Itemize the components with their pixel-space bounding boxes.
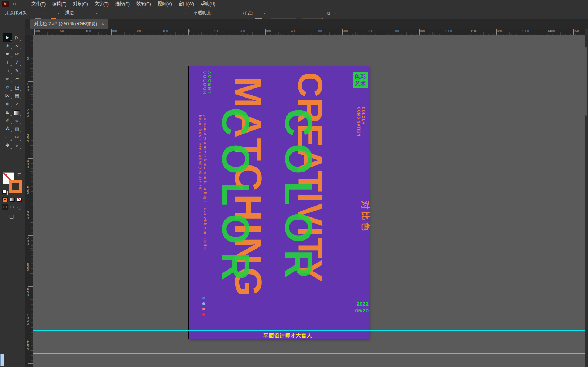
shape-builder-tool-icon[interactable]: ⊕ [3, 100, 12, 108]
rotate-tool-icon[interactable]: ↻ [3, 83, 12, 91]
document-tab[interactable]: 对比色-2.ai* @ 50 % (RGB/预览)× [30, 19, 108, 29]
slice-tool-icon[interactable]: ✂ [12, 133, 22, 141]
magic-wand-tool-icon[interactable]: ✶ [3, 42, 12, 50]
ruler-label: 0 [26, 57, 29, 60]
ellipse-tool-icon[interactable]: ○ [3, 66, 12, 75]
ruler-label: 400 [86, 29, 91, 33]
gradient-swatch-icon [14, 110, 20, 115]
stroke-weight-dropdown-icon[interactable]: ▾ [96, 8, 98, 19]
artboard-poster[interactable]: ACCENTCOLOUR MATCHING CREATIVITY COLOR C… [189, 66, 369, 339]
stroke-proxy-swatch[interactable] [9, 180, 22, 193]
eyedropper-tool-icon[interactable]: ✐ [3, 116, 12, 125]
guide-horizontal[interactable] [33, 330, 585, 331]
opacity-panel-link[interactable]: 不透明度: [193, 8, 212, 18]
vertical-ruler[interactable]: 010020030040050060070080090010001100 [25, 35, 33, 367]
ruler-label: 900 [26, 288, 29, 296]
menu-item[interactable]: 文件(F) [28, 0, 49, 8]
mesh-tool-icon[interactable]: ⊞ [3, 108, 12, 116]
contrast-colour-label: 对比色 [361, 200, 370, 233]
ruler-label: 1200 [496, 29, 503, 33]
more-tools-icon[interactable]: ··· [10, 225, 15, 230]
gradient-tool-icon[interactable] [12, 108, 22, 116]
draw-inside-mode-icon[interactable]: ◯ [16, 204, 22, 210]
none-button[interactable] [16, 197, 22, 202]
screen-mode-icon[interactable]: ❏ [9, 214, 14, 219]
draw-behind-mode-icon[interactable]: ❐ [9, 204, 15, 210]
direct-selection-tool-icon[interactable]: ▷ [12, 33, 22, 42]
default-fill-stroke-icon[interactable] [2, 190, 6, 194]
scroll-corner[interactable] [0, 354, 4, 366]
paintbrush-tool-icon[interactable]: ✎ [12, 66, 22, 75]
horizontal-ruler[interactable]: 6005004003002001000100200300400500600700… [33, 29, 585, 35]
line-segment-tool-icon[interactable]: ╱ [12, 58, 22, 66]
ruler-label: 300 [26, 134, 29, 142]
pencil-tool-icon[interactable]: ✏ [3, 75, 12, 83]
menu-item[interactable]: 对象(O) [70, 0, 91, 8]
free-transform-tool-icon[interactable]: ▦ [12, 91, 22, 100]
date-day: 05/20 [340, 307, 369, 314]
title-color-left: COLOR [216, 108, 255, 288]
text-line: Never frown, even when you are sad [198, 115, 203, 251]
eraser-tool-icon[interactable]: ▱ [12, 75, 22, 83]
workspace-dropdown-icon[interactable]: ▾ [334, 8, 336, 19]
ruler-label: 1100 [471, 29, 477, 33]
lasso-tool-icon[interactable]: ∾ [12, 42, 22, 50]
ruler-label: 0 [188, 29, 190, 33]
style-dropdown-icon[interactable]: ▾ [264, 8, 265, 19]
color-icon [3, 198, 7, 202]
hand-tool-icon[interactable]: ✥ [3, 141, 12, 150]
workspace-icon[interactable]: ⧉ [327, 8, 330, 19]
brush-dropdown-icon[interactable]: ▾ [184, 8, 186, 19]
menu-item[interactable]: 视图(V) [154, 0, 175, 8]
ruler-label: 800 [394, 29, 399, 33]
menu-item[interactable]: 选择(S) [112, 0, 133, 8]
menu-item[interactable]: 编辑(E) [49, 0, 70, 8]
vertical-scrollbar-thumb[interactable] [585, 47, 587, 116]
fill-dropdown-icon[interactable]: ▾ [42, 8, 44, 19]
menu-item[interactable]: 窗口(W) [175, 0, 197, 8]
ruler-label: 400 [291, 29, 296, 33]
symbol-sprayer-tool-icon[interactable]: ⁂ [3, 125, 12, 133]
menu-item[interactable]: 效果(C) [133, 0, 154, 8]
ruler-label: 600 [26, 211, 29, 219]
menu-item[interactable]: 文字(T) [91, 0, 112, 8]
home-icon[interactable]: ⌂ [13, 1, 16, 6]
opacity-more-icon[interactable]: › [235, 8, 236, 19]
scale-tool-icon[interactable]: ◳ [12, 83, 22, 91]
stroke-dropdown-icon[interactable]: ▾ [58, 8, 59, 19]
menu-item[interactable]: 帮助(H) [197, 0, 219, 8]
selection-tool-icon[interactable]: ► [3, 33, 12, 42]
zoom-tool-icon[interactable]: ⌕ [12, 141, 22, 150]
text-line: 色彩 [353, 73, 368, 80]
swap-fill-stroke-icon[interactable]: ⇄ [17, 172, 21, 177]
guide-vertical[interactable] [203, 35, 203, 367]
ruler-corner[interactable] [25, 29, 33, 35]
perspective-grid-tool-icon[interactable]: ⊿ [12, 100, 22, 108]
stroke-panel-link[interactable]: 描边: [65, 8, 75, 18]
ruler-label: 900 [419, 29, 425, 33]
tab-close-icon[interactable]: × [102, 21, 104, 26]
ruler-label: 600 [342, 29, 348, 33]
ruler-label: 100 [214, 29, 219, 33]
illustrator-logo-icon[interactable]: Ai [2, 1, 9, 7]
artboard-tool-icon[interactable]: ▭ [3, 133, 12, 141]
designer-credit: 平面设计师才大官人 [252, 332, 324, 339]
ruler-label: 800 [26, 262, 29, 271]
stroke-profile-dropdown-icon[interactable]: ▾ [137, 8, 139, 19]
guide-vertical[interactable] [365, 35, 365, 367]
color-button[interactable] [2, 197, 8, 202]
curvature-tool-icon[interactable]: ✑ [12, 50, 22, 58]
blend-tool-icon[interactable]: ∞ [12, 116, 22, 125]
guide-horizontal[interactable] [33, 353, 585, 354]
gradient-button[interactable] [9, 197, 15, 202]
accent-colour-label: ACCENTCOLOUR [202, 71, 212, 95]
guide-horizontal[interactable] [33, 78, 585, 78]
pen-tool-icon[interactable]: ✒ [3, 50, 12, 58]
width-tool-icon[interactable]: ⋈ [3, 91, 12, 100]
type-tool-icon[interactable]: T [3, 58, 12, 66]
canvas[interactable]: ACCENTCOLOUR MATCHING CREATIVITY COLOR C… [33, 35, 585, 367]
text-line: 艺术 [353, 80, 368, 87]
column-graph-tool-icon[interactable]: ▥ [12, 125, 22, 133]
draw-normal-mode-icon[interactable]: ❐ [2, 204, 8, 210]
ruler-label: 400 [26, 159, 29, 168]
